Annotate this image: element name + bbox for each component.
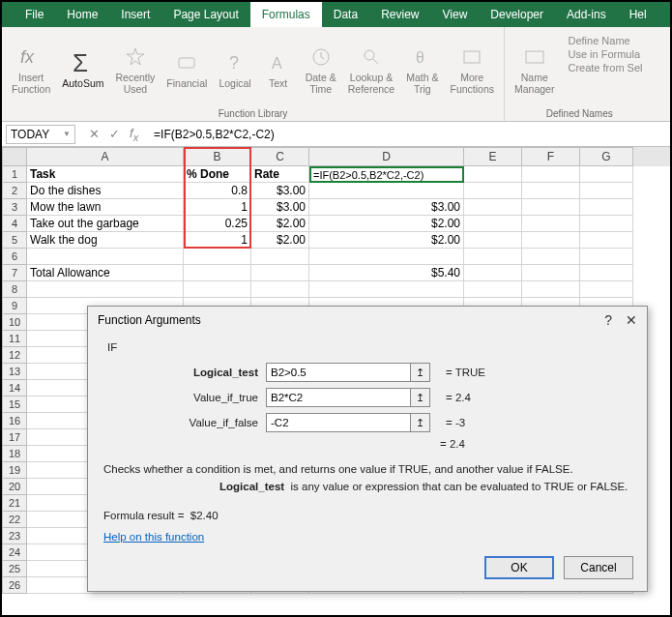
cell-B7[interactable] — [184, 265, 251, 281]
row-header[interactable]: 10 — [2, 314, 27, 331]
cell-A3[interactable]: Mow the lawn — [27, 199, 184, 216]
row-header[interactable]: 14 — [2, 380, 27, 397]
fx-icon[interactable]: fx — [130, 126, 138, 143]
cell-G8[interactable] — [580, 281, 633, 298]
tab-addins[interactable]: Add-ins — [555, 2, 618, 27]
row-header[interactable]: 1 — [2, 166, 27, 183]
cell-G7[interactable] — [580, 265, 633, 281]
create-from-selection-link[interactable]: Create from Sel — [568, 62, 642, 73]
recently-used-button[interactable]: Recently Used — [111, 31, 159, 106]
cell-E3[interactable] — [464, 199, 522, 216]
cell-B5[interactable]: 1 — [184, 232, 251, 249]
cell-C5[interactable]: $2.00 — [251, 232, 309, 249]
cell-E4[interactable] — [464, 216, 522, 232]
tab-page-layout[interactable]: Page Layout — [161, 2, 249, 27]
formula-input[interactable]: =IF(B2>0.5,B2*C2,-C2) — [148, 128, 670, 141]
row-header[interactable]: 13 — [2, 364, 27, 380]
cancel-button[interactable]: Cancel — [564, 556, 633, 579]
use-in-formula-link[interactable]: Use in Formula — [568, 48, 642, 60]
financial-button[interactable]: Financial — [162, 31, 211, 106]
tab-file[interactable]: File — [14, 2, 55, 27]
col-header-F[interactable]: F — [522, 147, 580, 166]
cell-F4[interactable] — [522, 216, 580, 232]
name-box[interactable]: TODAY ▼ — [6, 125, 75, 144]
row-header[interactable]: 12 — [2, 347, 27, 364]
insert-function-button[interactable]: fx Insert Function — [8, 31, 54, 106]
math-trig-button[interactable]: θ Math & Trig — [402, 31, 442, 106]
cell-E6[interactable] — [464, 249, 522, 265]
cell-F8[interactable] — [522, 281, 580, 298]
cell-B8[interactable] — [184, 281, 251, 298]
tab-home[interactable]: Home — [55, 2, 109, 27]
row-header[interactable]: 15 — [2, 397, 27, 413]
active-cell-D2[interactable]: =IF(B2>0.5,B2*C2,-C2) — [309, 166, 464, 183]
close-icon[interactable]: ✕ — [626, 312, 637, 328]
date-time-button[interactable]: Date & Time — [302, 31, 340, 106]
cell-F1[interactable] — [522, 166, 580, 183]
row-header[interactable]: 8 — [2, 281, 27, 298]
cell-D8[interactable] — [309, 281, 464, 298]
ok-button[interactable]: OK — [484, 556, 554, 579]
row-header[interactable]: 11 — [2, 331, 27, 347]
cell-C3[interactable]: $3.00 — [251, 199, 309, 216]
cell-F7[interactable] — [522, 265, 580, 281]
cell-B4[interactable]: 0.25 — [184, 216, 251, 232]
row-header[interactable]: 3 — [2, 199, 27, 216]
cell-C6[interactable] — [251, 249, 309, 265]
cell-D7[interactable]: $5.40 — [309, 265, 464, 281]
cell-C4[interactable]: $2.00 — [251, 216, 309, 232]
row-header[interactable]: 5 — [2, 232, 27, 249]
row-header[interactable]: 17 — [2, 429, 27, 446]
tab-review[interactable]: Review — [369, 2, 430, 27]
collapse-dialog-icon[interactable]: ↥ — [411, 363, 430, 382]
cell-G3[interactable] — [580, 199, 633, 216]
cell-E8[interactable] — [464, 281, 522, 298]
arg-input-logical-test[interactable] — [266, 363, 411, 382]
row-header[interactable]: 25 — [2, 561, 27, 577]
cancel-formula-icon[interactable]: ✕ — [89, 127, 100, 141]
row-header[interactable]: 9 — [2, 298, 27, 314]
dialog-titlebar[interactable]: Function Arguments ? ✕ — [88, 307, 647, 334]
row-header[interactable]: 20 — [2, 479, 27, 495]
row-header[interactable]: 21 — [2, 495, 27, 512]
collapse-dialog-icon[interactable]: ↥ — [411, 413, 430, 432]
col-header-A[interactable]: A — [27, 147, 184, 166]
cell-A4[interactable]: Take out the garbage — [27, 216, 184, 232]
cell-G4[interactable] — [580, 216, 633, 232]
autosum-button[interactable]: Σ AutoSum — [58, 31, 107, 106]
logical-button[interactable]: ? Logical — [215, 31, 254, 106]
help-icon[interactable]: ? — [604, 312, 612, 328]
cell-C1[interactable]: Rate — [251, 166, 309, 183]
row-header[interactable]: 24 — [2, 544, 27, 561]
chevron-down-icon[interactable]: ▼ — [63, 130, 71, 138]
cell-E5[interactable] — [464, 232, 522, 249]
col-header-D[interactable]: D — [309, 147, 464, 166]
cell-D6[interactable] — [309, 249, 464, 265]
cell-G6[interactable] — [580, 249, 633, 265]
arg-input-value-if-true[interactable] — [266, 388, 411, 407]
cell-B1[interactable]: % Done — [184, 166, 251, 183]
name-manager-button[interactable]: Name Manager — [511, 31, 558, 106]
cell-G2[interactable] — [580, 183, 633, 199]
row-header[interactable]: 16 — [2, 413, 27, 429]
lookup-button[interactable]: Lookup & Reference — [344, 31, 398, 106]
cell-A6[interactable] — [27, 249, 184, 265]
cell-E2[interactable] — [464, 183, 522, 199]
row-header[interactable]: 22 — [2, 512, 27, 528]
tab-developer[interactable]: Developer — [479, 2, 555, 27]
row-header[interactable]: 7 — [2, 265, 27, 281]
cell-G1[interactable] — [580, 166, 633, 183]
cell-F3[interactable] — [522, 199, 580, 216]
row-header[interactable]: 4 — [2, 216, 27, 232]
cell-C2[interactable]: $3.00 — [251, 183, 309, 199]
row-header[interactable]: 23 — [2, 528, 27, 544]
cell-B2[interactable]: 0.8 — [184, 183, 251, 199]
cell-A5[interactable]: Walk the dog — [27, 232, 184, 249]
cell-D5[interactable]: $2.00 — [309, 232, 464, 249]
select-all-corner[interactable] — [2, 147, 27, 166]
cell-E7[interactable] — [464, 265, 522, 281]
tab-formulas[interactable]: Formulas — [250, 2, 322, 27]
text-button[interactable]: A Text — [259, 31, 298, 106]
col-header-E[interactable]: E — [464, 147, 522, 166]
cell-A8[interactable] — [27, 281, 184, 298]
